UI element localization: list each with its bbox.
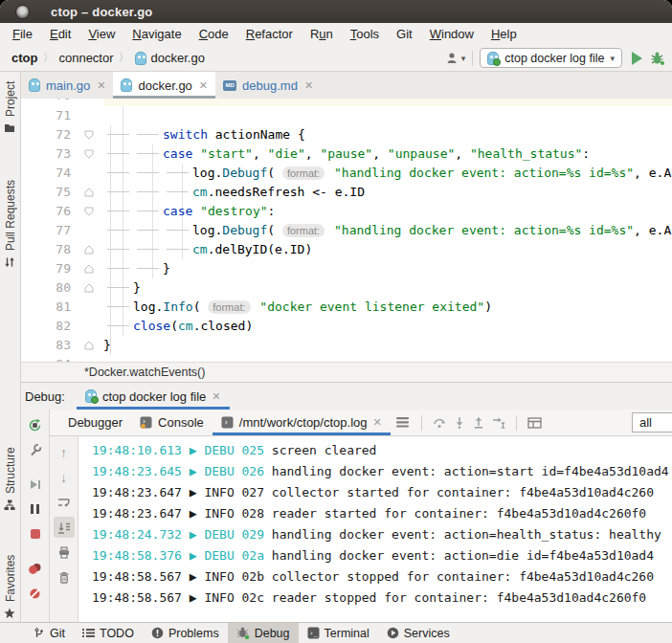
sidebar-item-pull-requests[interactable]: Pull Requests xyxy=(0,152,20,296)
console-log-output[interactable]: 19:48:10.613 ▶ DEBU 025 screen cleared19… xyxy=(78,436,672,622)
statusbar-item-services[interactable]: Services xyxy=(378,623,459,643)
fold-column[interactable] xyxy=(77,317,103,336)
fold-column[interactable] xyxy=(77,240,103,259)
menu-git[interactable]: Git xyxy=(388,25,421,43)
run-button[interactable] xyxy=(632,52,642,65)
line-number[interactable]: 83 xyxy=(21,336,77,355)
line-number[interactable]: 84 xyxy=(21,355,77,362)
close-icon[interactable]: ✕ xyxy=(212,390,220,403)
settings-wrench-icon[interactable] xyxy=(25,439,46,460)
pause-program-icon[interactable] xyxy=(25,499,46,520)
fold-column[interactable] xyxy=(77,298,103,317)
line-number[interactable]: 80 xyxy=(21,278,77,298)
fold-column[interactable] xyxy=(77,259,103,278)
clear-all-trash-icon[interactable] xyxy=(54,566,75,588)
log-entry: 19:48:58.376 ▶ DEBU 02a handling docker … xyxy=(92,545,672,566)
log-level: DEBU 026 xyxy=(204,464,271,478)
tab-whitespace xyxy=(107,172,129,173)
line-number[interactable]: 75 xyxy=(21,183,77,202)
menu-file[interactable]: File xyxy=(4,25,41,43)
view-breakpoints-icon[interactable] xyxy=(25,558,46,579)
debug-button[interactable] xyxy=(650,51,664,65)
close-icon[interactable]: ✕ xyxy=(97,79,105,92)
debug-session-tab[interactable]: ctop docker log file ✕ xyxy=(77,383,230,410)
console-tab--mnt-work-ctop-ctop-log[interactable]: ›/mnt/work/ctop/ctop.log✕ xyxy=(213,410,391,435)
statusbar-item-debug[interactable]: Debug xyxy=(228,623,299,643)
menu-code[interactable]: Code xyxy=(190,25,237,43)
menu-edit[interactable]: Edit xyxy=(41,25,79,43)
menu-navigate[interactable]: Navigate xyxy=(123,25,190,43)
fold-column[interactable] xyxy=(77,336,103,355)
step-into-icon[interactable] xyxy=(454,416,465,429)
token: "handling docker event: action=%s id=%s" xyxy=(334,223,634,237)
sidebar-item-structure[interactable]: Structure xyxy=(0,426,20,533)
fold-column[interactable] xyxy=(77,144,103,164)
fold-column[interactable] xyxy=(77,164,103,183)
stop-button[interactable] xyxy=(25,523,46,544)
line-number[interactable]: 73 xyxy=(21,144,77,164)
statusbar-item-todo[interactable]: TODO xyxy=(74,623,143,643)
line-number[interactable]: 78 xyxy=(21,240,77,259)
menu-view[interactable]: View xyxy=(79,25,123,43)
run-configuration-select[interactable]: ctop docker log file ▾ xyxy=(480,48,622,68)
step-out-icon[interactable] xyxy=(473,416,484,429)
console-tab-debugger[interactable]: Debugger xyxy=(59,410,131,435)
stripe-label: Structure xyxy=(4,448,17,495)
mute-breakpoints-icon[interactable] xyxy=(25,583,46,604)
window-close-button[interactable] xyxy=(15,5,30,19)
line-number[interactable]: 72 xyxy=(21,125,77,144)
scroll-to-end-icon[interactable] xyxy=(54,517,75,538)
close-icon[interactable]: ✕ xyxy=(304,79,313,92)
rerun-icon[interactable] xyxy=(25,414,46,435)
line-number[interactable]: 74 xyxy=(21,164,77,183)
editor-breadcrumb-bar[interactable]: *Docker.watchEvents() xyxy=(21,362,672,383)
tab-docker.go[interactable]: docker.go✕ xyxy=(113,72,215,99)
log-timestamp: 19:48:58.567 xyxy=(92,590,190,605)
menu-window[interactable]: Window xyxy=(421,25,482,43)
menu-run[interactable]: Run xyxy=(302,25,342,43)
status-bar: GitTODOProblemsDebug›_TerminalServices xyxy=(0,622,672,643)
statusbar-item-git[interactable]: Git xyxy=(25,623,74,643)
print-icon[interactable] xyxy=(54,542,75,563)
log-level-filter[interactable]: all xyxy=(632,412,672,432)
run-to-cursor-icon[interactable] xyxy=(492,416,505,429)
breadcrumb-item-connector[interactable]: connector xyxy=(58,51,113,65)
fold-column[interactable] xyxy=(77,355,103,362)
fold-column[interactable] xyxy=(77,125,103,144)
statusbar-item-problems[interactable]: Problems xyxy=(143,623,228,643)
breadcrumb-item-docker.go[interactable]: docker.go xyxy=(151,51,205,65)
close-icon[interactable]: ✕ xyxy=(199,79,208,92)
gopher-icon xyxy=(135,52,146,65)
tab-debug.md[interactable]: debug.md✕ xyxy=(215,72,321,99)
close-icon[interactable]: ✕ xyxy=(372,416,381,429)
fold-column[interactable] xyxy=(77,106,103,125)
restore-layout-icon[interactable] xyxy=(527,417,542,429)
fold-column[interactable] xyxy=(77,278,103,298)
resume-program-icon[interactable] xyxy=(25,474,46,495)
line-number[interactable]: 76 xyxy=(21,202,77,221)
statusbar-item-terminal[interactable]: ›_Terminal xyxy=(299,623,378,643)
fold-column[interactable] xyxy=(77,221,103,240)
line-number[interactable]: 81 xyxy=(21,298,77,317)
menu-tools[interactable]: Tools xyxy=(342,25,388,43)
sidebar-item-favorites[interactable]: Favorites xyxy=(0,539,20,634)
line-number[interactable]: 77 xyxy=(21,221,77,240)
fold-column[interactable] xyxy=(77,183,103,202)
step-over-icon[interactable] xyxy=(433,416,446,429)
user-account-icon[interactable]: ▾ xyxy=(446,52,466,64)
up-stack-icon[interactable]: ↑ xyxy=(54,442,75,463)
down-stack-icon[interactable]: ↓ xyxy=(54,467,75,488)
console-tab-console[interactable]: ›Console xyxy=(131,410,213,435)
line-number[interactable]: 82 xyxy=(21,317,77,336)
menu-help[interactable]: Help xyxy=(482,25,526,43)
options-menu-icon[interactable] xyxy=(396,417,409,428)
soft-wrap-icon[interactable] xyxy=(54,492,75,513)
sidebar-item-project[interactable]: Project xyxy=(0,76,20,139)
menu-refactor[interactable]: Refactor xyxy=(237,25,302,43)
fold-column[interactable] xyxy=(77,202,103,221)
line-number[interactable]: 79 xyxy=(21,259,77,278)
line-number[interactable]: 71 xyxy=(21,106,77,125)
breadcrumb-item-ctop[interactable]: ctop xyxy=(11,51,37,65)
code-editor[interactable]: 70actionName := strings.Split(e.Action, … xyxy=(21,99,672,362)
tab-main.go[interactable]: main.go✕ xyxy=(21,72,113,99)
